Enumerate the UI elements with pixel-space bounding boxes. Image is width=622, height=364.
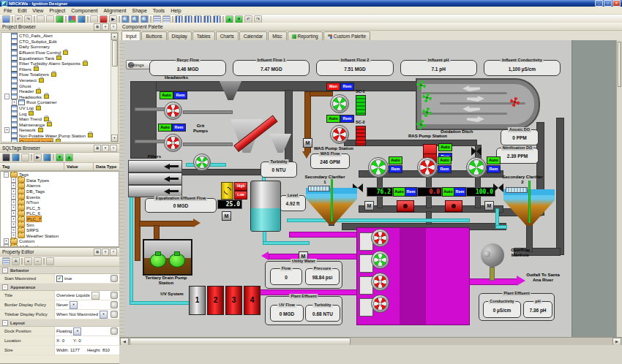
browse-opc-icon[interactable] [12,153,20,162]
man-button[interactable]: Man [326,83,340,91]
collapse-icon[interactable]: − [2,284,8,290]
project-tree-scrollbar[interactable]: ▲ ▼ [110,33,118,142]
separator[interactable] [172,16,173,23]
separator[interactable] [43,258,45,265]
rem-button[interactable]: Rem [487,165,501,173]
titlebar-policy-value[interactable]: When Not Maximized [56,312,98,316]
uv-bank[interactable]: 2 [207,286,224,315]
effluent-pump-1[interactable] [371,229,389,247]
expand-all-icon[interactable]: + [24,257,32,265]
rem-button[interactable]: Rem [173,91,187,99]
copy-icon[interactable] [46,15,54,23]
overflow-manhole[interactable] [481,243,504,267]
redo-icon[interactable]: ↷ [24,15,32,23]
float-panel-icon[interactable]: ▣ [94,249,101,256]
menu-item[interactable]: View [29,8,46,13]
pipe[interactable] [130,81,419,91]
uv-bank[interactable]: 1 [189,286,206,315]
pipe[interactable] [130,301,190,305]
section-layout[interactable]: −Layout [0,319,119,327]
palette-tab[interactable]: Calendar [239,31,267,40]
float-panel-icon[interactable]: ▣ [94,145,101,152]
pin-panel-icon[interactable]: ▾ [102,145,109,152]
project-tree-item[interactable]: Maintenance [1,122,118,128]
separator[interactable] [65,16,67,23]
dropdown-icon[interactable]: ▼ [100,311,108,319]
binding-icon[interactable] [110,301,118,308]
project-tree-item[interactable]: CTO_Subplot_Edit [1,39,118,45]
separator[interactable] [150,16,151,23]
palette-tab[interactable]: Buttons [141,31,166,40]
project-tree-item[interactable]: UV List [1,105,118,111]
checkbox-checked-icon[interactable]: ✔ [56,276,63,282]
auto-button[interactable]: Auto [393,187,405,197]
was-pump-2[interactable] [330,125,349,144]
equalization-flow-box[interactable]: Equalization Effluent Flow0 MGD [145,198,217,213]
bring-forward-icon[interactable]: ▲ [225,15,233,23]
menu-item[interactable]: Project [46,8,68,13]
overview-liquids-canvas[interactable]: M M Settings [124,40,572,337]
submersible-pump[interactable] [150,254,166,268]
auto-button[interactable]: Auto [487,156,501,164]
vertical-scrollbar[interactable] [616,40,622,337]
dock-position-value[interactable]: Floating [56,329,72,333]
was-flow-box[interactable]: WAS Flow246 GPM [310,153,350,169]
tree-expander-icon[interactable]: - [4,94,10,99]
binding-icon[interactable] [110,327,118,335]
ras-pump-1[interactable] [368,157,389,178]
palette-tab[interactable]: Custom Palette [323,31,370,40]
tree-expander-icon[interactable]: - [4,172,9,178]
filter-bed-1[interactable] [128,160,182,172]
translate-mode-icon[interactable] [100,15,108,23]
pipe[interactable] [130,81,157,159]
pipe[interactable] [135,197,140,261]
project-tree-item[interactable]: Filters [1,67,118,72]
dropdown-icon[interactable]: ▼ [70,301,78,309]
collapse-all-icon[interactable]: − [34,257,42,265]
effluent-pump-2[interactable] [371,251,389,269]
project-tree-item[interactable]: Flow Totalizers [1,72,118,77]
pin-panel-icon[interactable]: ▾ [102,23,109,31]
size-width-value[interactable]: 1177 [70,348,80,352]
plant-effluent-group[interactable]: Plant Effluent UV Flow0 MGD Turbidity0.6… [265,296,342,325]
run-icon[interactable]: ▶ [34,153,42,162]
auto-button[interactable]: Auto [442,187,454,197]
pipe[interactable] [135,107,167,111]
menu-item[interactable]: Help [168,8,184,13]
menu-item[interactable]: Alignment [100,8,129,13]
separator[interactable] [87,16,89,23]
submersible-pump[interactable] [169,254,185,268]
palette-tab[interactable]: Charts [216,31,239,40]
valve-icon[interactable] [471,147,482,156]
aerator-icon[interactable] [416,80,426,90]
preview-mode-icon[interactable]: ▶ [109,15,117,23]
valve-icon[interactable] [493,183,503,192]
separator[interactable] [53,154,54,161]
binding-icon[interactable] [110,292,118,299]
menu-item[interactable]: Shape [130,8,150,13]
project-tree-item[interactable]: Filter Turbidity Alarm Setpoints [1,61,118,67]
binding-icon[interactable] [110,311,118,318]
align-top-icon[interactable] [203,15,211,23]
color-palette-icon[interactable] [68,15,76,23]
plant-effluent-outfall-group[interactable]: Plant Effluent Conductivity0 µS/cm pH7.3… [479,293,555,321]
rem-button[interactable]: Rem [405,187,417,197]
section-behavior[interactable]: −Behavior [0,267,119,274]
readout-box[interactable]: Influent Conductivity 1,100 µS/cm [484,60,561,76]
project-tree-item[interactable]: Header [1,88,118,94]
column-value[interactable]: Value [64,163,94,170]
scroll-up-icon[interactable]: ▲ [111,33,118,40]
tree-expander-icon[interactable]: + [4,127,10,133]
send-backward-icon[interactable]: ▼ [235,15,243,23]
project-tree-item[interactable]: Ghost [1,83,118,88]
tertiary-drain-wetwell[interactable] [143,239,192,276]
aerator-icon[interactable] [422,93,432,102]
pipe[interactable] [183,143,233,146]
pipe[interactable] [135,140,167,143]
rem-button[interactable]: Rem [340,83,354,91]
section-appearance[interactable]: −Appearance [0,284,119,291]
find-tag-icon[interactable] [2,153,10,162]
menu-item[interactable]: File [1,8,15,13]
collapse-icon[interactable]: − [2,320,8,326]
snap-grid-icon[interactable] [153,15,161,23]
